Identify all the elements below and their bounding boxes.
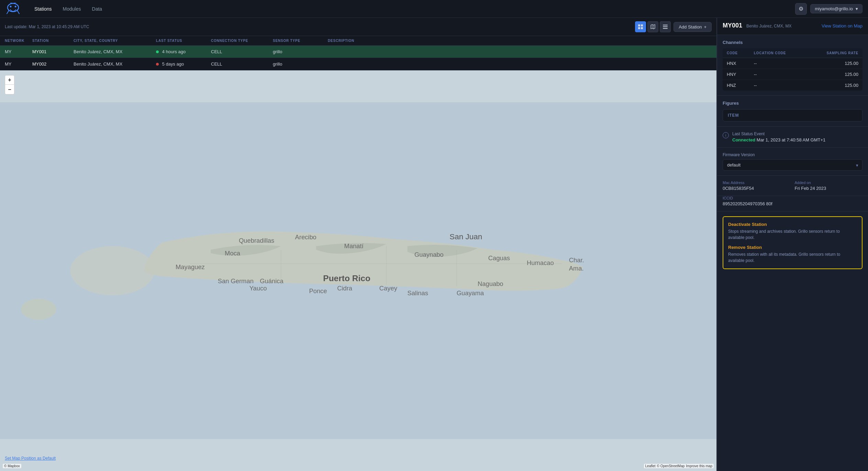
cell-status-1: 5 days ago	[156, 61, 211, 67]
info-icon: i	[723, 132, 729, 138]
table-row[interactable]: MY MY002 Benito Juárez, CMX, MX 5 days a…	[0, 58, 716, 70]
stations-table: NETWORK STATION CITY, STATE, COUNTRY LAS…	[0, 36, 716, 70]
add-station-label: Add Station	[679, 24, 702, 30]
left-panel: Last update: Mar 1, 2023 at 10:45:29 AM …	[0, 18, 717, 471]
cell-location-1: Benito Juárez, CMX, MX	[74, 61, 156, 67]
user-email: miyamoto@grillo.io	[815, 6, 853, 11]
svg-text:Yauco: Yauco	[249, 285, 267, 292]
cell-location-0: Benito Juárez, CMX, MX	[74, 49, 156, 54]
map-attribution-mapbox: © Mapbox	[3, 464, 21, 468]
status-event-title: Last Status Event	[732, 131, 863, 136]
channel-rate-2: 125.00	[806, 80, 863, 91]
figures-section: Figures ITEM	[717, 96, 868, 127]
map-attribution-right: Leaflet © OpenStreetMap Improve this map	[644, 464, 714, 468]
user-menu-button[interactable]: miyamoto@grillo.io ▾	[810, 4, 863, 13]
svg-point-39	[21, 299, 56, 320]
cell-sensor-1: grillo	[273, 61, 328, 67]
svg-text:San Juan: San Juan	[449, 232, 482, 241]
svg-text:Guaynabo: Guaynabo	[414, 251, 444, 258]
svg-line-5	[7, 10, 9, 14]
right-panel: MY001 Benito Juárez, CMX, MX View Statio…	[717, 18, 868, 471]
svg-rect-7	[638, 24, 640, 26]
col-connection-type: CONNECTION TYPE	[211, 39, 273, 43]
mac-address-label: Mac Address	[723, 181, 791, 185]
last-update-text: Last update: Mar 1, 2023 at 10:45:29 AM …	[5, 24, 89, 29]
svg-rect-13	[663, 25, 668, 25]
channel-code-0: HNX	[723, 58, 750, 69]
col-location-code: LOCATION CODE	[750, 48, 806, 58]
channel-rate-1: 125.00	[806, 69, 863, 80]
svg-line-2	[13, 3, 16, 3]
status-event-detail: Connected Mar 1, 2023 at 7:40:58 AM GMT+…	[732, 137, 863, 142]
iccid-section: ICCID 89520205204970356 80f	[717, 196, 868, 211]
add-icon: +	[704, 24, 706, 30]
logo[interactable]	[5, 3, 21, 15]
svg-rect-8	[641, 24, 643, 26]
channels-section: Channels CODE LOCATION CODE SAMPLING RAT…	[717, 35, 868, 96]
cell-connection-0: CELL	[211, 49, 273, 54]
grid-view-button[interactable]	[635, 21, 646, 32]
svg-text:Cayey: Cayey	[379, 285, 398, 292]
add-station-button[interactable]: Add Station +	[674, 22, 712, 32]
svg-text:Naguabo: Naguabo	[478, 280, 503, 287]
svg-text:Guayama: Guayama	[457, 289, 484, 297]
table-row[interactable]: MY MY001 Benito Juárez, CMX, MX 4 hours …	[0, 46, 716, 58]
deactivate-station-button[interactable]: Deactivate Station	[728, 222, 857, 227]
nav-links: Stations Modules Data	[29, 4, 108, 14]
channel-row: HNX -- 125.00	[723, 58, 863, 69]
col-code: CODE	[723, 48, 750, 58]
svg-point-3	[10, 5, 12, 7]
last-status-event-section: i Last Status Event Connected Mar 1, 202…	[717, 127, 868, 148]
channels-table: CODE LOCATION CODE SAMPLING RATE HNX -- …	[723, 48, 863, 91]
figures-title: Figures	[723, 101, 863, 106]
remove-station-button[interactable]: Remove Station	[728, 245, 857, 250]
cell-station-1: MY002	[32, 61, 74, 67]
zoom-in-button[interactable]: +	[5, 75, 14, 85]
svg-text:Puerto Rico: Puerto Rico	[323, 274, 370, 283]
list-view-button[interactable]	[660, 21, 671, 32]
nav-stations[interactable]: Stations	[29, 4, 57, 14]
mac-added-section: Mac Address 0CB815835F54 Added on Fri Fe…	[717, 176, 868, 196]
improve-link[interactable]: Improve this map	[686, 464, 712, 468]
svg-text:Quebradillas: Quebradillas	[239, 237, 274, 244]
danger-section: Deactivate Station Stops streaming and a…	[723, 216, 863, 269]
deactivate-station-description: Stops streaming and archives station. Gr…	[728, 228, 857, 241]
svg-text:Guánica: Guánica	[260, 277, 283, 285]
nav-data[interactable]: Data	[87, 4, 108, 14]
leaflet-link[interactable]: Leaflet	[645, 464, 656, 468]
osm-link[interactable]: © OpenStreetMap	[657, 464, 685, 468]
set-map-position-link[interactable]: Set Map Position as Default	[5, 456, 56, 461]
firmware-label: Firmware Version	[723, 152, 863, 157]
map-area[interactable]: San Juan Arecibo Quebradillas Manatí Moc…	[0, 70, 716, 471]
chevron-down-icon: ▾	[856, 6, 858, 11]
zoom-out-button[interactable]: −	[5, 85, 14, 94]
col-description: DESCRIPTION	[328, 39, 712, 43]
added-on-value: Fri Feb 24 2023	[795, 186, 863, 191]
svg-text:Salinas: Salinas	[408, 289, 428, 297]
view-on-map-link[interactable]: View Station on Map	[822, 23, 863, 28]
cell-sensor-0: grillo	[273, 49, 328, 54]
connected-status: Connected	[732, 137, 755, 142]
remove-station-action: Remove Station Removes station with all …	[728, 245, 857, 264]
svg-text:Ponce: Ponce	[309, 287, 327, 295]
firmware-select[interactable]: default v1.0 v2.0	[723, 159, 863, 171]
status-event-date: Mar 1, 2023 at 7:40:58 AM GMT+1	[757, 137, 826, 142]
cell-status-0: 4 hours ago	[156, 49, 211, 54]
header-bar-right: Add Station +	[635, 21, 712, 32]
svg-point-17	[70, 246, 154, 295]
nav-modules[interactable]: Modules	[57, 4, 87, 14]
status-dot-green	[156, 50, 159, 53]
station-location-detail: Benito Juárez, CMX, MX	[746, 24, 791, 28]
settings-button[interactable]: ⚙	[795, 3, 807, 15]
mac-address-field: Mac Address 0CB815835F54	[723, 181, 791, 191]
view-toggle-group	[635, 21, 671, 32]
svg-text:Arecibo: Arecibo	[295, 233, 316, 241]
map-view-button[interactable]	[647, 21, 658, 32]
svg-line-6	[17, 10, 19, 14]
col-network: NETWORK	[5, 39, 32, 43]
iccid-value: 89520205204970356 80f	[723, 201, 863, 206]
station-code: MY001	[723, 22, 742, 29]
table-header-bar: Last update: Mar 1, 2023 at 10:45:29 AM …	[0, 18, 716, 36]
svg-text:Ama.: Ama.	[569, 265, 584, 272]
svg-rect-9	[638, 27, 640, 29]
